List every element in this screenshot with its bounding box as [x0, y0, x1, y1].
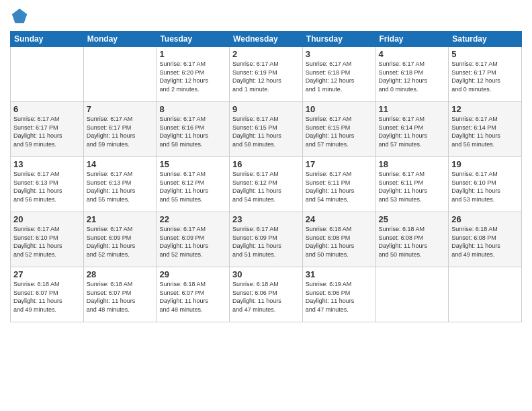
page: SundayMondayTuesdayWednesdayThursdayFrid… — [0, 0, 532, 411]
calendar-cell: 20Sunrise: 6:17 AM Sunset: 6:10 PM Dayli… — [11, 212, 84, 267]
day-info: Sunrise: 6:17 AM Sunset: 6:11 PM Dayligh… — [379, 170, 446, 203]
calendar-cell — [83, 47, 157, 102]
day-info: Sunrise: 6:17 AM Sunset: 6:13 PM Dayligh… — [13, 170, 81, 203]
day-info: Sunrise: 6:18 AM Sunset: 6:08 PM Dayligh… — [306, 225, 373, 259]
day-info: Sunrise: 6:17 AM Sunset: 6:17 PM Dayligh… — [87, 115, 154, 148]
calendar-cell: 6Sunrise: 6:17 AM Sunset: 6:17 PM Daylig… — [11, 102, 84, 157]
calendar-cell: 15Sunrise: 6:17 AM Sunset: 6:12 PM Dayli… — [157, 157, 230, 212]
day-info: Sunrise: 6:18 AM Sunset: 6:08 PM Dayligh… — [379, 225, 446, 259]
calendar-cell: 4Sunrise: 6:17 AM Sunset: 6:18 PM Daylig… — [375, 47, 449, 102]
week-row-3: 20Sunrise: 6:17 AM Sunset: 6:10 PM Dayli… — [11, 212, 522, 267]
day-info: Sunrise: 6:17 AM Sunset: 6:12 PM Dayligh… — [159, 170, 226, 203]
day-number: 12 — [451, 104, 519, 114]
day-number: 4 — [379, 49, 446, 59]
day-number: 14 — [87, 159, 154, 169]
day-number: 15 — [159, 159, 226, 169]
calendar-cell: 1Sunrise: 6:17 AM Sunset: 6:20 PM Daylig… — [157, 47, 230, 102]
day-number: 28 — [87, 269, 154, 279]
day-number: 7 — [87, 104, 154, 114]
calendar-cell: 11Sunrise: 6:17 AM Sunset: 6:14 PM Dayli… — [375, 102, 449, 157]
day-number: 11 — [379, 104, 446, 114]
day-info: Sunrise: 6:17 AM Sunset: 6:14 PM Dayligh… — [379, 115, 446, 148]
day-number: 19 — [451, 159, 519, 169]
day-number: 26 — [451, 214, 519, 224]
calendar-cell: 10Sunrise: 6:17 AM Sunset: 6:15 PM Dayli… — [302, 102, 375, 157]
calendar-cell: 12Sunrise: 6:17 AM Sunset: 6:14 PM Dayli… — [449, 102, 522, 157]
day-number: 16 — [232, 159, 300, 169]
day-info: Sunrise: 6:17 AM Sunset: 6:09 PM Dayligh… — [159, 225, 226, 259]
weekday-header-thursday: Thursday — [302, 32, 375, 47]
calendar-cell: 27Sunrise: 6:18 AM Sunset: 6:07 PM Dayli… — [11, 267, 84, 322]
day-number: 6 — [13, 104, 81, 114]
calendar-cell: 2Sunrise: 6:17 AM Sunset: 6:19 PM Daylig… — [230, 47, 303, 102]
calendar-cell — [449, 267, 522, 322]
week-row-4: 27Sunrise: 6:18 AM Sunset: 6:07 PM Dayli… — [11, 267, 522, 322]
day-info: Sunrise: 6:17 AM Sunset: 6:17 PM Dayligh… — [451, 60, 519, 93]
calendar-cell: 16Sunrise: 6:17 AM Sunset: 6:12 PM Dayli… — [230, 157, 303, 212]
weekday-header-row: SundayMondayTuesdayWednesdayThursdayFrid… — [11, 32, 522, 47]
header — [10, 7, 522, 26]
calendar-cell: 25Sunrise: 6:18 AM Sunset: 6:08 PM Dayli… — [375, 212, 449, 267]
weekday-header-monday: Monday — [83, 32, 157, 47]
logo-icon — [10, 7, 29, 26]
day-info: Sunrise: 6:17 AM Sunset: 6:15 PM Dayligh… — [232, 115, 300, 148]
day-number: 31 — [306, 269, 373, 279]
week-row-2: 13Sunrise: 6:17 AM Sunset: 6:13 PM Dayli… — [11, 157, 522, 212]
day-number: 23 — [232, 214, 300, 224]
day-number: 13 — [13, 159, 81, 169]
day-number: 3 — [306, 49, 373, 59]
logo — [10, 7, 30, 26]
calendar-cell: 22Sunrise: 6:17 AM Sunset: 6:09 PM Dayli… — [157, 212, 230, 267]
day-info: Sunrise: 6:18 AM Sunset: 6:07 PM Dayligh… — [87, 280, 154, 314]
calendar-cell: 14Sunrise: 6:17 AM Sunset: 6:13 PM Dayli… — [83, 157, 157, 212]
day-number: 2 — [232, 49, 300, 59]
calendar-cell: 26Sunrise: 6:18 AM Sunset: 6:08 PM Dayli… — [449, 212, 522, 267]
day-info: Sunrise: 6:18 AM Sunset: 6:06 PM Dayligh… — [232, 280, 300, 314]
calendar-cell: 8Sunrise: 6:17 AM Sunset: 6:16 PM Daylig… — [157, 102, 230, 157]
day-info: Sunrise: 6:17 AM Sunset: 6:19 PM Dayligh… — [232, 60, 300, 93]
day-info: Sunrise: 6:17 AM Sunset: 6:20 PM Dayligh… — [159, 60, 226, 93]
day-info: Sunrise: 6:17 AM Sunset: 6:17 PM Dayligh… — [13, 115, 81, 148]
day-number: 5 — [451, 49, 519, 59]
calendar-cell: 7Sunrise: 6:17 AM Sunset: 6:17 PM Daylig… — [83, 102, 157, 157]
day-info: Sunrise: 6:18 AM Sunset: 6:07 PM Dayligh… — [13, 280, 81, 314]
day-info: Sunrise: 6:17 AM Sunset: 6:15 PM Dayligh… — [306, 115, 373, 148]
day-number: 30 — [232, 269, 300, 279]
day-number: 25 — [379, 214, 446, 224]
calendar-cell — [375, 267, 449, 322]
day-info: Sunrise: 6:19 AM Sunset: 6:06 PM Dayligh… — [306, 280, 373, 314]
day-number: 17 — [306, 159, 373, 169]
day-number: 27 — [13, 269, 81, 279]
calendar-cell: 17Sunrise: 6:17 AM Sunset: 6:11 PM Dayli… — [302, 157, 375, 212]
day-info: Sunrise: 6:17 AM Sunset: 6:16 PM Dayligh… — [159, 115, 226, 148]
calendar-cell: 18Sunrise: 6:17 AM Sunset: 6:11 PM Dayli… — [375, 157, 449, 212]
calendar-table: SundayMondayTuesdayWednesdayThursdayFrid… — [10, 31, 522, 322]
week-row-1: 6Sunrise: 6:17 AM Sunset: 6:17 PM Daylig… — [11, 102, 522, 157]
calendar-cell: 24Sunrise: 6:18 AM Sunset: 6:08 PM Dayli… — [302, 212, 375, 267]
day-info: Sunrise: 6:17 AM Sunset: 6:09 PM Dayligh… — [87, 225, 154, 259]
day-number: 20 — [13, 214, 81, 224]
day-info: Sunrise: 6:17 AM Sunset: 6:18 PM Dayligh… — [379, 60, 446, 93]
day-number: 18 — [379, 159, 446, 169]
day-info: Sunrise: 6:17 AM Sunset: 6:09 PM Dayligh… — [232, 225, 300, 259]
weekday-header-wednesday: Wednesday — [230, 32, 303, 47]
calendar-cell: 3Sunrise: 6:17 AM Sunset: 6:18 PM Daylig… — [302, 47, 375, 102]
day-number: 29 — [159, 269, 226, 279]
weekday-header-sunday: Sunday — [11, 32, 84, 47]
calendar-cell: 19Sunrise: 6:17 AM Sunset: 6:10 PM Dayli… — [449, 157, 522, 212]
calendar-cell: 21Sunrise: 6:17 AM Sunset: 6:09 PM Dayli… — [83, 212, 157, 267]
weekday-header-saturday: Saturday — [449, 32, 522, 47]
calendar-cell: 23Sunrise: 6:17 AM Sunset: 6:09 PM Dayli… — [230, 212, 303, 267]
day-info: Sunrise: 6:17 AM Sunset: 6:11 PM Dayligh… — [306, 170, 373, 203]
weekday-header-tuesday: Tuesday — [157, 32, 230, 47]
calendar-cell — [11, 47, 84, 102]
day-number: 21 — [87, 214, 154, 224]
day-info: Sunrise: 6:18 AM Sunset: 6:08 PM Dayligh… — [451, 225, 519, 259]
calendar-cell: 28Sunrise: 6:18 AM Sunset: 6:07 PM Dayli… — [83, 267, 157, 322]
day-info: Sunrise: 6:17 AM Sunset: 6:14 PM Dayligh… — [451, 115, 519, 148]
day-info: Sunrise: 6:17 AM Sunset: 6:12 PM Dayligh… — [232, 170, 300, 203]
calendar-cell: 30Sunrise: 6:18 AM Sunset: 6:06 PM Dayli… — [230, 267, 303, 322]
day-number: 22 — [159, 214, 226, 224]
day-info: Sunrise: 6:18 AM Sunset: 6:07 PM Dayligh… — [159, 280, 226, 314]
day-info: Sunrise: 6:17 AM Sunset: 6:10 PM Dayligh… — [13, 225, 81, 259]
